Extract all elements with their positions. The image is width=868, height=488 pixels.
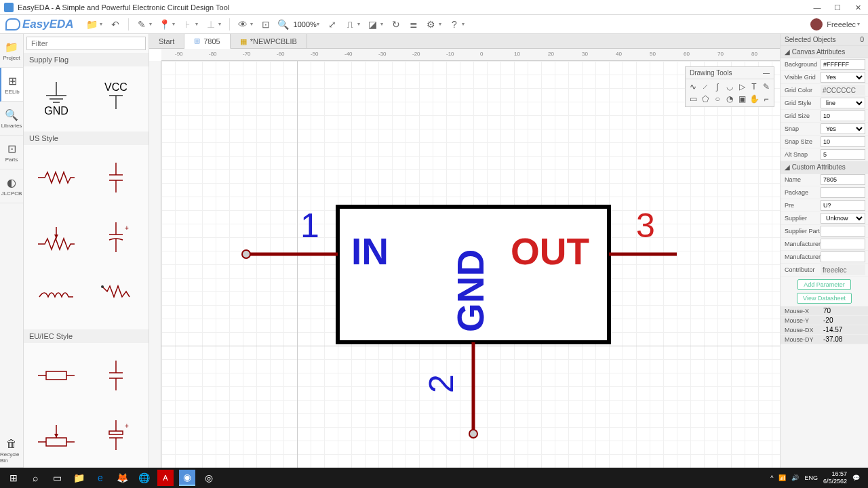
symbol-cap-us[interactable]: [89, 150, 143, 205]
grid-size-input[interactable]: [821, 110, 865, 121]
snap-size-input[interactable]: [821, 136, 865, 147]
distribute-icon[interactable]: ⊥: [203, 17, 218, 32]
tray-volume-icon[interactable]: 🔊: [791, 474, 799, 481]
tab-newpcb[interactable]: ▦*NEWPCBLIB: [231, 34, 307, 49]
close-button[interactable]: ✕: [848, 0, 868, 15]
name-input[interactable]: [821, 174, 865, 185]
symbol-vcc[interactable]: VCC: [89, 72, 143, 126]
arc-tool[interactable]: ◡: [724, 81, 736, 93]
symbol-inductor-us[interactable]: [29, 270, 83, 324]
drag-tool[interactable]: ✋: [748, 93, 760, 105]
symbol-varres-us[interactable]: [89, 270, 143, 324]
filter-input[interactable]: [26, 37, 146, 50]
cursor-icon[interactable]: ⤢: [325, 17, 340, 32]
firefox-icon[interactable]: 🦊: [111, 468, 133, 488]
image-tool[interactable]: ▣: [736, 93, 748, 105]
minimize-button[interactable]: —: [807, 0, 827, 15]
layers-icon[interactable]: ≣: [406, 17, 421, 32]
pin-icon[interactable]: 📍: [157, 17, 172, 32]
pencil-icon[interactable]: ✎: [134, 17, 149, 32]
symbol-gnd[interactable]: GND: [29, 72, 83, 126]
category-us[interactable]: US Style: [24, 131, 149, 145]
grid-color-value[interactable]: #CCCCCC: [821, 85, 865, 96]
zoom-level[interactable]: 1000%: [294, 20, 317, 28]
start-button[interactable]: ⊞: [3, 468, 24, 488]
bezier-tool[interactable]: ∫: [711, 81, 724, 93]
settings-icon[interactable]: ⚙: [424, 17, 439, 32]
app-icon[interactable]: ◎: [198, 468, 220, 488]
category-eu[interactable]: EU/IEC Style: [24, 329, 149, 343]
canvas-attributes-header[interactable]: ◢ Canvas Attributes: [781, 46, 868, 58]
eye-icon[interactable]: 👁: [235, 17, 250, 32]
manufacturer-part-input[interactable]: [821, 251, 865, 262]
wire-tool[interactable]: ⟋: [699, 81, 711, 93]
align-icon[interactable]: ⊦: [180, 17, 195, 32]
folder-icon[interactable]: 📁: [85, 17, 100, 32]
supplier-select[interactable]: Unknow: [821, 213, 865, 224]
history-icon[interactable]: ↻: [389, 17, 403, 32]
taskview-button[interactable]: ▭: [46, 468, 68, 488]
symbol-cap-eu[interactable]: [89, 348, 143, 403]
freehand-tool[interactable]: ✎: [760, 81, 772, 93]
arrow-tool[interactable]: ▷: [736, 81, 748, 93]
ellipse-tool[interactable]: ○: [711, 93, 724, 105]
package-input[interactable]: [821, 187, 865, 198]
schematic-symbol[interactable]: 1 IN 3 OUT 2 GND: [202, 197, 677, 468]
maximize-button[interactable]: ☐: [827, 0, 848, 15]
nav-parts[interactable]: ⊡Parts: [0, 136, 23, 169]
symbol-polcap-eu[interactable]: +: [89, 408, 143, 462]
logo[interactable]: EasyEDA: [5, 18, 74, 31]
dimension-tool[interactable]: ⌐: [760, 93, 772, 105]
rect-tool[interactable]: ▭: [687, 93, 699, 105]
tool1-icon[interactable]: ⎍: [342, 17, 357, 32]
line-tool[interactable]: ∿: [687, 81, 699, 93]
easyeda-taskbar-icon[interactable]: ◉: [179, 470, 195, 486]
tab-7805[interactable]: ⊞7805: [184, 34, 230, 49]
custom-attributes-header[interactable]: ◢ Custom Attributes: [781, 161, 868, 174]
acrobat-icon[interactable]: A: [157, 470, 174, 486]
fill-icon[interactable]: ◪: [366, 17, 380, 32]
tab-start[interactable]: Start: [149, 34, 184, 49]
explorer-icon[interactable]: 📁: [68, 468, 90, 488]
nav-recycle[interactable]: 🗑Recycle Bin: [0, 434, 23, 468]
alt-snap-input[interactable]: [821, 149, 865, 160]
symbol-resistor-eu[interactable]: [29, 348, 83, 403]
manufacturer-input[interactable]: [821, 239, 865, 249]
visible-grid-select[interactable]: Yes: [821, 72, 865, 83]
nav-eelib[interactable]: ⊞EELib: [0, 68, 23, 102]
avatar[interactable]: [810, 18, 823, 30]
tray-language[interactable]: ENG: [804, 474, 818, 481]
polygon-tool[interactable]: ⬠: [699, 93, 711, 105]
view-datasheet-button[interactable]: View Datasheet: [797, 293, 852, 304]
undo-icon[interactable]: ↶: [108, 17, 123, 32]
edge-icon[interactable]: e: [90, 468, 111, 488]
nav-jlcpcb[interactable]: ◐JLCPCB: [0, 169, 23, 203]
minimize-icon[interactable]: —: [763, 69, 770, 77]
nav-libraries[interactable]: 🔍Libraries: [0, 102, 23, 136]
canvas[interactable]: 1 IN 3 OUT 2 GND Drawing Tools— ∿ ⟋: [161, 61, 780, 468]
drawing-tools-panel[interactable]: Drawing Tools— ∿ ⟋ ∫ ◡ ▷ T ✎ ▭ ⬠ ○ ◔ ▣: [685, 66, 774, 107]
grid-style-select[interactable]: line: [821, 98, 865, 108]
background-input[interactable]: [821, 59, 865, 70]
supplier-part-input[interactable]: [821, 226, 865, 237]
tray-chevron-icon[interactable]: ^: [770, 474, 773, 481]
symbol-polcap-us[interactable]: +: [89, 210, 143, 264]
category-supply[interactable]: Supply Flag: [24, 53, 149, 66]
zoom-icon[interactable]: 🔍: [276, 17, 291, 32]
symbol-pot-eu[interactable]: [29, 408, 83, 462]
chrome-icon[interactable]: 🌐: [133, 468, 155, 488]
snap-select[interactable]: Yes: [821, 123, 865, 134]
pre-input[interactable]: [821, 200, 865, 211]
search-button[interactable]: ⌕: [24, 468, 46, 488]
clock[interactable]: 16:576/5/2562: [823, 470, 847, 485]
nav-project[interactable]: 📁Project: [0, 34, 23, 68]
symbol-resistor-us[interactable]: [29, 150, 83, 205]
zoom-fit-icon[interactable]: ⊡: [258, 17, 273, 32]
tray-network-icon[interactable]: 📶: [778, 474, 786, 481]
symbol-pot-us[interactable]: [29, 210, 83, 264]
tray-notifications-icon[interactable]: 💬: [852, 474, 860, 481]
add-parameter-button[interactable]: Add Parameter: [797, 279, 851, 290]
help-icon[interactable]: ?: [447, 17, 462, 32]
text-tool[interactable]: T: [748, 81, 760, 93]
username[interactable]: Freeelec: [827, 20, 856, 28]
